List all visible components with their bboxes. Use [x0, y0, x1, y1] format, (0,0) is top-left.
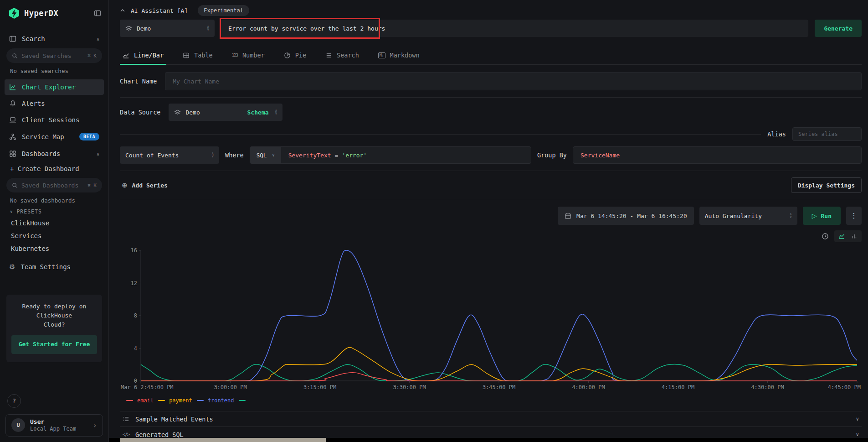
svg-text:3:15:00 PM: 3:15:00 PM: [303, 384, 336, 390]
run-button[interactable]: ▷ Run: [803, 207, 841, 225]
where-operator: =: [335, 152, 339, 159]
query-language-select[interactable]: SQL ∨: [250, 147, 281, 163]
alias-input[interactable]: [792, 127, 862, 141]
tab-line-bar[interactable]: Line/Bar: [122, 47, 164, 64]
bar-view-toggle[interactable]: [848, 232, 860, 241]
chevron-right-icon: ›: [92, 421, 97, 430]
ai-assistant-title: AI Assistant [A]: [131, 7, 188, 14]
preset-clickhouse[interactable]: ClickHouse: [0, 217, 108, 229]
where-field: SeverityText: [288, 152, 331, 159]
markdown-icon: M↓: [378, 52, 385, 58]
legend-item[interactable]: frontend: [197, 397, 234, 404]
hyperdx-logo-icon: [8, 7, 20, 19]
data-source-value: Demo: [185, 109, 200, 116]
line-view-toggle[interactable]: [836, 232, 847, 241]
search-icon: [12, 182, 18, 188]
presets-toggle[interactable]: ∨ PRESETS: [0, 206, 108, 217]
sidebar-item-alerts[interactable]: Alerts: [0, 96, 108, 111]
group-by-input[interactable]: ServiceName: [573, 146, 862, 164]
divider: [120, 200, 862, 200]
more-options-button[interactable]: ⋮: [846, 207, 862, 225]
saved-dashboards-input[interactable]: Saved Dashboards ⌘ K: [6, 178, 102, 192]
saved-searches-placeholder: Saved Searches: [21, 52, 72, 59]
schema-link[interactable]: Schema: [247, 109, 269, 116]
assistant-prompt-input[interactable]: [221, 20, 808, 37]
sidebar-collapse-icon[interactable]: [94, 10, 101, 17]
shortcut-hint: ⌘ K: [87, 182, 97, 188]
legend-item[interactable]: payment: [158, 397, 192, 404]
chart-name-input[interactable]: [165, 72, 862, 90]
tab-number[interactable]: 123 Number: [231, 47, 266, 64]
presets-label: PRESETS: [16, 208, 41, 215]
alerts-label: Alerts: [22, 100, 45, 107]
sidebar-section-search[interactable]: Search ∧: [0, 31, 108, 47]
chart-legend: emailpaymentfrontend: [126, 397, 862, 404]
saved-searches-input[interactable]: Saved Searches ⌘ K: [6, 48, 102, 63]
chart: 0481216Mar 6 2:45:00 PM3:00:00 PM3:15:00…: [120, 244, 862, 395]
code-icon: </>: [123, 432, 129, 437]
legend-item[interactable]: email: [126, 397, 154, 404]
svg-text:8: 8: [134, 312, 137, 319]
preset-services[interactable]: Services: [0, 229, 108, 242]
where-input[interactable]: SQL ∨ SeverityText = 'error': [250, 146, 531, 164]
get-started-button[interactable]: Get Started for Free: [11, 335, 98, 354]
svg-text:4:15:00 PM: 4:15:00 PM: [662, 384, 694, 390]
sidebar-item-chart-explorer[interactable]: Chart Explorer: [5, 79, 104, 95]
no-saved-dashboards-note: No saved dashboards: [0, 195, 108, 206]
tab-search[interactable]: Search: [324, 47, 360, 64]
list-icon: [123, 416, 129, 422]
saved-dashboards-placeholder: Saved Dashboards: [21, 182, 78, 189]
display-settings-button[interactable]: Display Settings: [791, 177, 862, 193]
tab-label: Pie: [295, 52, 306, 59]
chevron-updown-icon: ∧∨: [275, 109, 277, 115]
user-menu[interactable]: U User Local App Team ›: [5, 414, 103, 437]
data-source-select[interactable]: Demo Schema ∧∨: [169, 104, 282, 121]
svg-text:Mar 6 2:45:00 PM: Mar 6 2:45:00 PM: [121, 384, 174, 390]
svg-text:0: 0: [134, 378, 137, 384]
create-dashboard-button[interactable]: + Create Dashboard: [0, 161, 108, 176]
tab-label: Search: [337, 52, 359, 59]
chart-type-tabs: Line/Bar Table 123 Number Pie: [120, 47, 862, 65]
assistant-source-select[interactable]: Demo ∧∨: [120, 20, 215, 37]
chevron-down-icon: ∨: [272, 153, 274, 157]
preset-kubernetes[interactable]: Kubernetes: [0, 242, 108, 255]
group-by-label: Group By: [537, 151, 567, 159]
horizontal-scrollbar[interactable]: [109, 438, 868, 442]
user-team: Local App Team: [30, 426, 76, 432]
chevron-down-icon: ∨: [10, 209, 13, 214]
tab-label: Number: [242, 52, 265, 59]
layers-icon: [125, 25, 132, 32]
tab-table[interactable]: Table: [182, 47, 214, 64]
bell-icon: [9, 100, 16, 107]
scrollbar-thumb[interactable]: [120, 438, 326, 442]
help-button[interactable]: ?: [7, 394, 21, 408]
aggregation-select[interactable]: Count of Events ∧∨: [120, 146, 219, 164]
service-map-icon: [9, 133, 16, 140]
tab-pie[interactable]: Pie: [283, 47, 307, 64]
avatar: U: [11, 418, 25, 432]
tab-markdown[interactable]: M↓ Markdown: [377, 47, 421, 64]
legend-item[interactable]: [239, 400, 246, 401]
aggregation-value: Count of Events: [125, 152, 179, 159]
legend-dash: [239, 400, 246, 401]
sidebar-item-client-sessions[interactable]: Client Sessions: [0, 112, 108, 128]
query-language-value: SQL: [257, 152, 267, 159]
clock-icon[interactable]: [822, 233, 829, 240]
table-icon: [183, 52, 190, 59]
chevron-down-icon: ∨: [856, 432, 859, 437]
generate-button[interactable]: Generate: [815, 20, 862, 37]
sample-matched-events-toggle[interactable]: Sample Matched Events ∨: [120, 411, 862, 426]
sidebar-item-team-settings[interactable]: ⚙ Team Settings: [0, 259, 108, 275]
add-series-button[interactable]: ⊕ Add Series: [120, 181, 168, 189]
svg-text:3:45:00 PM: 3:45:00 PM: [483, 384, 515, 390]
date-range-input[interactable]: Mar 6 14:45:20 - Mar 6 16:45:20: [558, 207, 694, 225]
sidebar-section-dashboards[interactable]: Dashboards ∧: [0, 146, 108, 161]
list-icon: [325, 52, 332, 59]
ai-assistant-collapse-icon[interactable]: [120, 8, 125, 13]
calendar-icon: [565, 213, 571, 219]
granularity-select[interactable]: Auto Granularity ∧∨: [699, 207, 797, 225]
run-label: Run: [821, 213, 832, 219]
hyperdx-logo[interactable]: HyperDX: [8, 7, 58, 19]
sidebar-item-service-map[interactable]: Service Map BETA: [0, 129, 108, 145]
legend-label: frontend: [208, 397, 234, 404]
